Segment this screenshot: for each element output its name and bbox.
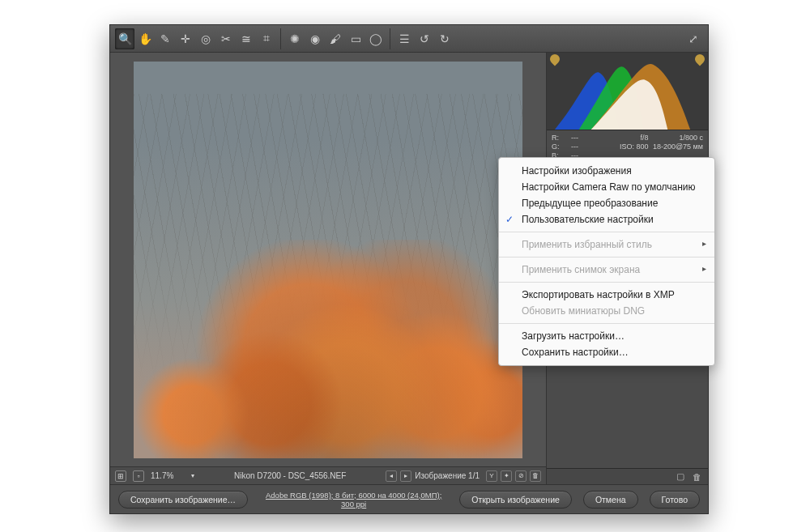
prefs-icon[interactable]: ☰ bbox=[394, 28, 414, 49]
crop-icon[interactable]: ✂ bbox=[216, 28, 236, 49]
output-toggle-icon[interactable]: ▫ bbox=[133, 470, 144, 482]
label-icon[interactable]: ✦ bbox=[501, 470, 512, 482]
delete-preset-icon[interactable]: 🗑 bbox=[693, 472, 701, 482]
menu-item: Обновить миниатюры DNG bbox=[499, 303, 714, 319]
hand-icon[interactable]: ✋ bbox=[135, 28, 155, 49]
radial-filter-icon[interactable]: ◯ bbox=[366, 28, 386, 49]
zoom-readout[interactable]: 11.7% bbox=[151, 471, 185, 480]
redeye-icon[interactable]: ◉ bbox=[305, 28, 325, 49]
rating-icon[interactable]: Y bbox=[486, 470, 497, 482]
canvas-footer: ⊞ ▫ 11.7% ▾ Nikon D7200 - DSC_4556.NEF ◂… bbox=[110, 466, 546, 484]
menu-item[interactable]: Настройки Camera Raw по умолчанию bbox=[499, 179, 714, 195]
next-image-icon[interactable]: ▸ bbox=[400, 470, 411, 482]
menu-item[interactable]: Сохранить настройки… bbox=[499, 344, 714, 360]
file-label: Nikon D7200 - DSC_4556.NEF bbox=[201, 471, 379, 480]
grad-filter-icon[interactable]: ▭ bbox=[346, 28, 365, 49]
cancel-button[interactable]: Отмена bbox=[583, 491, 638, 509]
rotate-ccw-icon[interactable]: ↺ bbox=[415, 28, 434, 49]
presets-context-menu[interactable]: Настройки изображенияНастройки Camera Ra… bbox=[498, 157, 715, 366]
done-button[interactable]: Готово bbox=[650, 491, 700, 509]
straighten-icon[interactable]: ≅ bbox=[237, 28, 256, 49]
bottom-bar: Сохранить изображение… Adobe RGB (1998);… bbox=[110, 484, 708, 513]
workflow-options-link[interactable]: Adobe RGB (1998); 8 бит; 6000 на 4000 (2… bbox=[259, 491, 448, 509]
menu-item[interactable]: ✓Пользовательские настройки bbox=[499, 211, 714, 228]
prev-image-icon[interactable]: ◂ bbox=[386, 470, 397, 482]
target-adjust-icon[interactable]: ◎ bbox=[196, 28, 215, 49]
color-sampler-icon[interactable]: ✛ bbox=[176, 28, 195, 49]
transform-icon[interactable]: ⌗ bbox=[257, 28, 276, 49]
image-counter: Изображение 1/1 bbox=[415, 471, 480, 480]
new-preset-icon[interactable]: ▢ bbox=[676, 471, 684, 482]
image-canvas[interactable] bbox=[110, 53, 546, 466]
spot-removal-icon[interactable]: ✺ bbox=[285, 28, 305, 49]
menu-item[interactable]: Настройки изображения bbox=[499, 163, 714, 179]
fullscreen-toggle-icon[interactable]: ⤢ bbox=[684, 28, 703, 49]
white-balance-icon[interactable]: ✎ bbox=[156, 28, 175, 49]
menu-item[interactable]: Загрузить настройки… bbox=[499, 328, 714, 344]
toolbar: 🔍✋✎✛◎✂≅⌗✺◉🖌▭◯☰↺↻ ⤢ bbox=[110, 25, 708, 53]
mark-icon[interactable]: ⊘ bbox=[515, 470, 526, 482]
zoom-icon[interactable]: 🔍 bbox=[115, 28, 134, 49]
rotate-cw-icon[interactable]: ↻ bbox=[435, 28, 454, 49]
brush-icon[interactable]: 🖌 bbox=[326, 28, 345, 49]
save-image-button[interactable]: Сохранить изображение… bbox=[118, 491, 248, 509]
histogram[interactable] bbox=[547, 53, 708, 130]
menu-item: Применить избранный стиль bbox=[499, 236, 714, 253]
menu-item[interactable]: Предыдущее преобразование bbox=[499, 195, 714, 211]
trash-icon[interactable]: 🗑 bbox=[530, 470, 541, 482]
photo-preview bbox=[134, 62, 522, 458]
panel-footer: ▢ 🗑 bbox=[547, 468, 708, 484]
open-image-button[interactable]: Открыть изображение bbox=[459, 491, 572, 509]
menu-item: Применить снимок экрана bbox=[499, 262, 714, 278]
menu-item[interactable]: Экспортировать настройки в XMP bbox=[499, 287, 714, 303]
grid-toggle-icon[interactable]: ⊞ bbox=[115, 470, 126, 482]
